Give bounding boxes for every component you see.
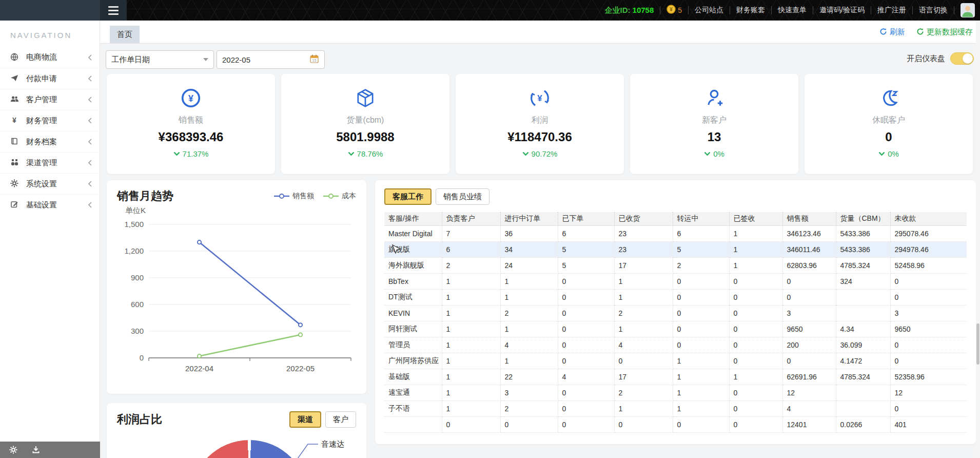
stat-card-trend: 0% xyxy=(704,149,724,158)
table-row[interactable]: KEVIN12020033 xyxy=(384,306,967,321)
date-type-select[interactable]: 工作单日期 xyxy=(106,50,214,69)
date-input[interactable]: 2022-05 15 xyxy=(217,50,325,69)
table-cell: 6 xyxy=(442,242,500,258)
refresh-button[interactable]: 刷新 xyxy=(879,27,905,37)
table-cell: 2 xyxy=(500,401,558,417)
table-cell: 0 xyxy=(890,353,967,369)
chevron-down-green-icon xyxy=(348,151,355,156)
sidebar-nav: 电商物流付款申请客户管理¥财务管理财务档案渠道管理系统设置基础设置 xyxy=(0,47,100,215)
table-cell: 9650 xyxy=(782,321,836,337)
download-icon[interactable] xyxy=(32,446,40,454)
table-cell: 0 xyxy=(558,417,614,433)
tab-home[interactable]: 首页 xyxy=(110,26,140,43)
update-cache-button[interactable]: 更新数据缓存 xyxy=(916,27,973,37)
table-cell: 0.0266 xyxy=(836,417,890,433)
topbar: 企业ID:10758 ¥ 5 公司站点财务账套快速查单邀请码/验证码推广注册语言… xyxy=(0,0,980,21)
table-row[interactable]: 旗舰版63452351346011.465433.386294978.46 xyxy=(384,242,967,258)
legend-item[interactable]: 成本 xyxy=(323,192,356,201)
column-header: 进行中订单 xyxy=(500,212,558,226)
table-row[interactable]: 基础版1224171162691.964785.32452358.96 xyxy=(384,369,967,385)
pie-tab-inactive[interactable]: 客户 xyxy=(325,411,356,428)
notification-count: 5 xyxy=(678,6,682,14)
table-tab[interactable]: 销售员业绩 xyxy=(436,188,489,205)
table-cell: 0 xyxy=(673,290,729,306)
hamburger-menu-icon[interactable] xyxy=(100,0,127,21)
table-cell: 阿轩测试 xyxy=(384,321,442,337)
refresh-label: 刷新 xyxy=(890,27,905,37)
notification-coin[interactable]: ¥ 5 xyxy=(667,5,682,16)
topbar-menu-item[interactable]: 公司站点 xyxy=(695,6,723,15)
topbar-menu-item[interactable]: 快速查单 xyxy=(778,6,807,15)
avatar[interactable] xyxy=(961,3,975,17)
table-cell: 0 xyxy=(729,401,782,417)
table-row[interactable]: DT测试11010000 xyxy=(384,290,967,306)
table-cell: 0 xyxy=(673,306,729,321)
table-cell: 0 xyxy=(729,337,782,353)
yen-circle-icon: ¥ xyxy=(180,87,202,109)
chevron-down-green-icon xyxy=(704,151,711,156)
legend-item[interactable]: 销售额 xyxy=(274,192,314,201)
table-cell: 52358.96 xyxy=(890,369,967,385)
topbar-menu-item[interactable]: 邀请码/验证码 xyxy=(819,6,865,15)
legend-marker xyxy=(323,194,339,199)
table-cell: 1 xyxy=(614,290,673,306)
trend-value: 78.76% xyxy=(357,149,383,158)
chart-legend: 销售额成本 xyxy=(274,192,356,201)
sidebar-item-payment[interactable]: 付款申请 xyxy=(0,68,100,89)
divider xyxy=(771,6,772,14)
table-row[interactable]: BbTex11010003240 xyxy=(384,274,967,290)
page-scrollbar xyxy=(976,21,980,458)
table-cell: DT测试 xyxy=(384,290,442,306)
table-cell: 1 xyxy=(673,369,729,385)
stat-card: 新客户130% xyxy=(630,74,798,174)
table-row[interactable]: 000000124010.0266401 xyxy=(384,417,967,433)
sidebar-item-yen[interactable]: ¥财务管理 xyxy=(0,110,100,131)
table-cell: 24 xyxy=(500,258,558,274)
date-value: 2022-05 xyxy=(222,55,309,64)
table-row[interactable]: 子不语12011040 xyxy=(384,401,967,417)
chevron-left-icon xyxy=(88,139,92,145)
svg-text:300: 300 xyxy=(131,327,144,335)
table-row[interactable]: 管理员14040020036.0990 xyxy=(384,337,967,353)
sidebar-item-gear[interactable]: 系统设置 xyxy=(0,173,100,194)
sidebar-item-channel[interactable]: 渠道管理 xyxy=(0,152,100,173)
pie-buttons: 渠道客户 xyxy=(285,411,356,428)
table-row[interactable]: Master Digital73662361346123.465433.3862… xyxy=(384,226,967,242)
column-header: 客服/操作 xyxy=(384,212,442,226)
table-cell: 4785.324 xyxy=(836,369,890,385)
table-cell: 62803.96 xyxy=(782,258,836,274)
chevron-left-icon xyxy=(88,181,92,187)
table-row[interactable]: 广州阿塔苏供应11001004.14720 xyxy=(384,353,967,369)
sidebar-item-globe[interactable]: 电商物流 xyxy=(0,47,100,68)
settings-gear-icon[interactable] xyxy=(9,446,17,454)
topbar-menu-item[interactable]: 推广注册 xyxy=(877,6,906,15)
topbar-menu-item[interactable]: 财务账套 xyxy=(736,6,765,15)
table-cell: 5 xyxy=(558,242,614,258)
svg-text:¥: ¥ xyxy=(537,93,542,103)
column-header: 已签收 xyxy=(729,212,782,226)
table-cell: 0 xyxy=(558,353,614,369)
sidebar-item-book[interactable]: 财务档案 xyxy=(0,131,100,152)
table-tab[interactable]: 客服工作 xyxy=(384,188,432,205)
trend-value: 0% xyxy=(713,149,724,158)
table-cell: 0 xyxy=(673,321,729,337)
chevron-left-icon xyxy=(88,54,92,61)
sidebar-item-edit[interactable]: 基础设置 xyxy=(0,194,100,215)
svg-text:1,200: 1,200 xyxy=(124,246,144,255)
scrollbar-thumb[interactable] xyxy=(976,323,979,365)
tabbar: 首页 刷新 更新数据缓存 xyxy=(100,21,980,44)
table-row[interactable]: 速宝通1302101212 xyxy=(384,385,967,401)
table-row[interactable]: 阿轩测试11010096504.349650 xyxy=(384,321,967,337)
topbar-menu-item[interactable]: 语言切换 xyxy=(919,6,948,15)
svg-text:2022-04: 2022-04 xyxy=(185,364,213,373)
table-cell: 0 xyxy=(558,290,614,306)
yen-refresh-icon: ¥ xyxy=(529,87,551,109)
pie-tab-active[interactable]: 渠道 xyxy=(289,411,321,428)
table-cell: 34 xyxy=(500,242,558,258)
table-cell: BbTex xyxy=(384,274,442,290)
table-cell xyxy=(836,306,890,321)
dashboard-toggle[interactable] xyxy=(950,52,974,65)
sidebar-item-users[interactable]: 客户管理 xyxy=(0,89,100,110)
table-row[interactable]: 海外旗舰版2245172162803.964785.32452458.96 xyxy=(384,258,967,274)
table-cell: 9650 xyxy=(890,321,967,337)
